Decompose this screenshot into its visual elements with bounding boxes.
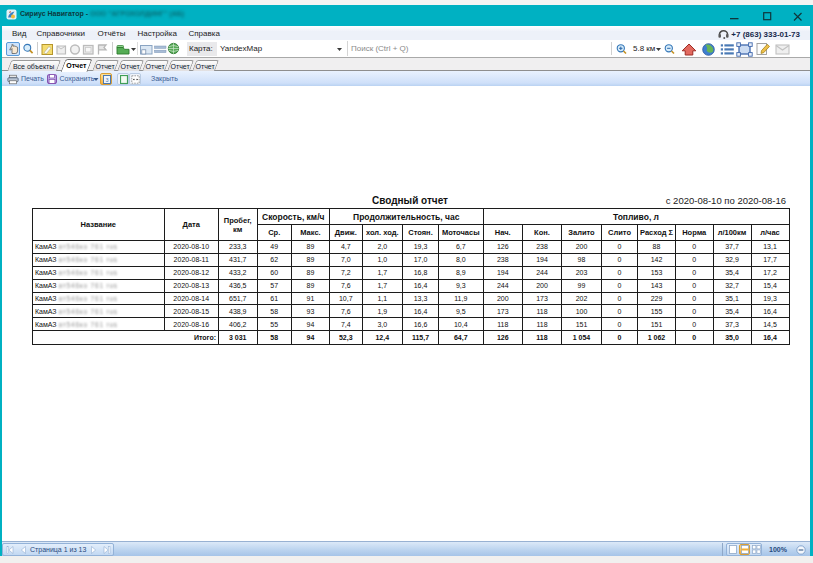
svg-text:3: 3 [105,76,108,82]
